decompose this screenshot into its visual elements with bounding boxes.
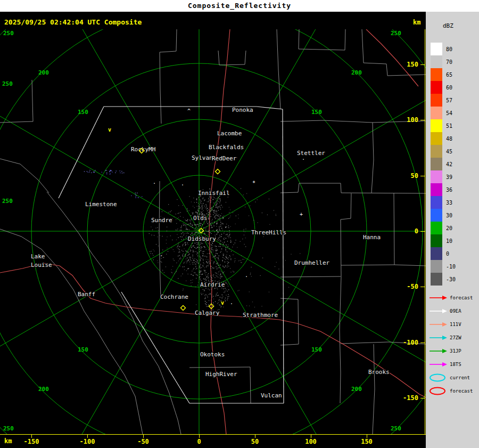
precip-echo <box>212 246 212 246</box>
precip-echo <box>223 255 224 256</box>
precip-echo <box>228 294 229 295</box>
precip-echo <box>216 248 217 249</box>
precip-echo <box>184 262 185 263</box>
precip-echo <box>192 224 192 224</box>
precip-echo <box>91 173 92 173</box>
precip-echo <box>228 262 228 263</box>
precip-echo <box>229 230 229 231</box>
precip-echo <box>214 257 214 257</box>
precip-echo <box>209 216 209 216</box>
precip-echo <box>198 247 199 248</box>
precip-echo <box>157 237 158 237</box>
precip-echo <box>177 229 178 229</box>
precip-echo <box>221 224 221 225</box>
county-boundary <box>373 344 375 434</box>
precip-echo <box>216 214 217 215</box>
radar-map[interactable]: 2502001501502002502502001501502002502502… <box>0 29 426 434</box>
precip-echo <box>300 253 300 254</box>
precip-echo <box>200 223 201 223</box>
precip-echo <box>203 228 204 229</box>
precip-echo <box>220 297 220 297</box>
colorbar-entry: 33 <box>431 196 456 209</box>
precip-echo <box>234 262 235 262</box>
precip-echo <box>212 278 212 279</box>
precip-echo <box>219 199 220 199</box>
precip-echo <box>207 274 208 275</box>
precip-echo <box>249 291 250 292</box>
precip-echo <box>220 209 221 209</box>
precip-echo <box>217 250 217 250</box>
precip-echo <box>217 232 218 232</box>
y-axis-tick-label: 100 <box>399 116 418 124</box>
precip-echo <box>241 260 241 260</box>
precip-echo <box>195 230 196 231</box>
precip-echo <box>225 259 226 259</box>
precip-echo <box>226 295 226 295</box>
precip-echo <box>227 297 228 297</box>
precip-echo <box>215 215 216 215</box>
precip-echo <box>221 298 222 298</box>
precip-echo <box>112 172 112 172</box>
precip-echo <box>230 240 231 241</box>
precip-echo <box>188 252 188 253</box>
precip-echo <box>177 270 177 270</box>
precip-echo <box>220 225 220 225</box>
colorbar-entry: 54 <box>431 107 456 119</box>
range-label: 200 <box>38 69 49 76</box>
precip-echo <box>202 205 203 206</box>
precip-echo <box>195 273 195 273</box>
precip-echo <box>220 278 220 279</box>
precip-echo <box>191 222 191 222</box>
precip-echo <box>229 235 229 236</box>
precip-echo <box>216 294 217 295</box>
precip-echo <box>203 210 204 211</box>
precip-echo <box>217 200 217 201</box>
precip-echo <box>187 268 188 269</box>
precip-echo <box>222 261 223 262</box>
city-label: RedDeer <box>212 155 237 162</box>
precip-echo <box>198 245 199 245</box>
precip-echo <box>180 237 180 237</box>
y-axis-tick-label: -100 <box>399 339 418 346</box>
precip-echo <box>203 256 203 256</box>
precip-echo <box>181 239 182 240</box>
precip-echo <box>202 203 202 204</box>
precip-echo <box>219 267 220 268</box>
precip-echo <box>208 273 209 274</box>
precip-echo <box>176 240 177 240</box>
precip-echo <box>216 206 216 206</box>
precip-echo <box>204 273 205 273</box>
precip-echo <box>224 233 224 233</box>
precip-echo <box>218 257 218 258</box>
precip-echo <box>218 300 219 300</box>
precip-echo <box>194 223 194 223</box>
precip-echo <box>213 296 213 297</box>
precip-echo <box>217 273 217 273</box>
colorbar-entry: 60 <box>431 81 456 94</box>
precip-echo <box>209 197 210 198</box>
precip-echo <box>186 261 187 262</box>
precip-echo <box>178 246 178 246</box>
precip-echo <box>239 260 240 260</box>
precip-echo <box>285 260 286 260</box>
precip-echo <box>235 240 236 240</box>
precip-echo <box>209 218 210 218</box>
precip-echo <box>192 233 192 233</box>
storm-marker: . <box>160 251 163 257</box>
colorbar-value: 39 <box>446 174 452 180</box>
precip-echo <box>221 251 221 251</box>
precip-echo <box>238 214 238 215</box>
precip-echo <box>191 250 191 251</box>
legend-arrow-icon <box>428 294 448 302</box>
precip-echo <box>208 289 209 289</box>
precip-echo <box>203 266 204 266</box>
precip-echo <box>216 273 217 273</box>
precip-echo <box>206 272 207 273</box>
precip-echo <box>210 293 211 294</box>
precip-echo <box>192 264 193 265</box>
precip-echo <box>179 266 180 266</box>
precip-echo <box>192 282 192 283</box>
precip-echo <box>213 274 214 275</box>
precip-echo <box>200 268 201 268</box>
precip-echo <box>224 267 225 268</box>
